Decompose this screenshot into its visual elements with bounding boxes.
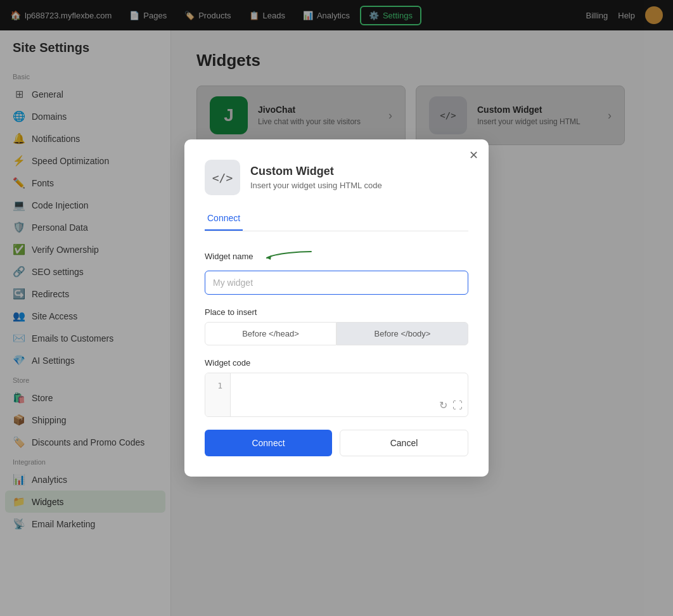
- modal-title: Custom Widget: [250, 165, 382, 178]
- modal-header: </> Custom Widget Insert your widget usi…: [205, 160, 468, 195]
- code-editor: 1 ↻ ⛶: [205, 373, 468, 417]
- place-before-body-button[interactable]: Before </body>: [336, 322, 468, 345]
- svg-marker-0: [267, 255, 271, 260]
- widget-code-group: Widget code 1 ↻ ⛶: [205, 358, 468, 417]
- connect-button[interactable]: Connect: [205, 430, 332, 456]
- widget-name-input[interactable]: [205, 271, 468, 295]
- modal-close-button[interactable]: ✕: [469, 150, 478, 161]
- widget-code-label: Widget code: [205, 358, 468, 368]
- modal-overlay[interactable]: ✕ </> Custom Widget Insert your widget u…: [0, 0, 673, 616]
- tab-connect[interactable]: Connect: [205, 208, 243, 231]
- code-reload-button[interactable]: ↻: [439, 399, 447, 411]
- code-area[interactable]: ↻ ⛶: [231, 373, 468, 416]
- arrow-annotation: [264, 247, 314, 266]
- place-before-head-button[interactable]: Before </head>: [205, 322, 336, 345]
- place-to-insert-label: Place to insert: [205, 307, 468, 317]
- custom-widget-modal: ✕ </> Custom Widget Insert your widget u…: [184, 139, 489, 477]
- widget-name-label: Widget name: [205, 247, 468, 266]
- code-actions: ↻ ⛶: [439, 399, 463, 411]
- modal-header-text: Custom Widget Insert your widget using H…: [250, 165, 382, 190]
- modal-tabs: Connect: [205, 208, 468, 231]
- modal-subtitle: Insert your widget using HTML code: [250, 181, 382, 190]
- code-line-numbers: 1: [205, 373, 231, 416]
- place-options: Before </head> Before </body>: [205, 322, 468, 345]
- place-to-insert-group: Place to insert Before </head> Before </…: [205, 307, 468, 345]
- code-fullscreen-button[interactable]: ⛶: [452, 399, 463, 411]
- cancel-button[interactable]: Cancel: [340, 430, 468, 456]
- modal-widget-icon: </>: [205, 160, 240, 195]
- modal-actions: Connect Cancel: [205, 430, 468, 456]
- widget-name-group: Widget name: [205, 247, 468, 295]
